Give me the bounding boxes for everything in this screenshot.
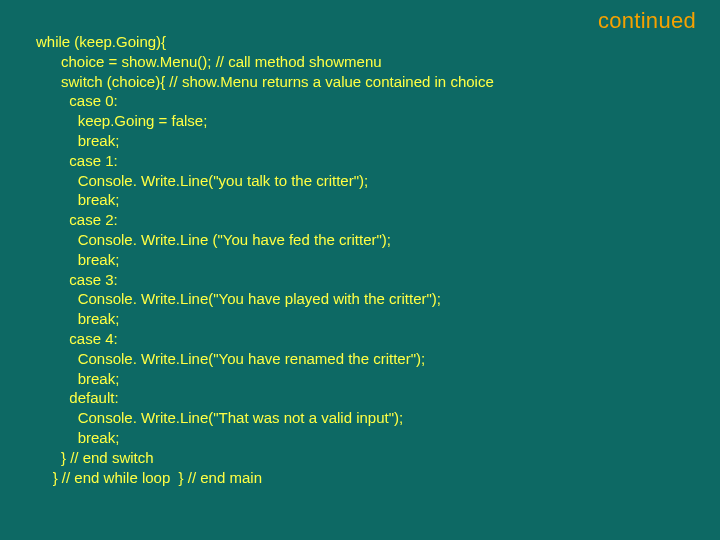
code-line: Console. Write.Line("You have renamed th… bbox=[36, 350, 425, 367]
code-line: switch (choice){ // show.Menu returns a … bbox=[36, 73, 494, 90]
slide-header: continued bbox=[598, 8, 696, 34]
code-line: choice = show.Menu(); // call method sho… bbox=[36, 53, 382, 70]
code-line: } // end while loop } // end main bbox=[36, 469, 262, 486]
code-line: } // end switch bbox=[36, 449, 154, 466]
code-line: break; bbox=[36, 370, 119, 387]
code-line: while (keep.Going){ bbox=[36, 33, 166, 50]
code-line: case 2: bbox=[36, 211, 118, 228]
code-line: break; bbox=[36, 310, 119, 327]
code-line: Console. Write.Line("That was not a vali… bbox=[36, 409, 403, 426]
code-line: case 3: bbox=[36, 271, 118, 288]
code-line: case 1: bbox=[36, 152, 118, 169]
code-line: break; bbox=[36, 132, 119, 149]
code-block: while (keep.Going){ choice = show.Menu()… bbox=[36, 32, 494, 487]
code-line: Console. Write.Line("you talk to the cri… bbox=[36, 172, 368, 189]
code-line: keep.Going = false; bbox=[36, 112, 207, 129]
code-line: break; bbox=[36, 429, 119, 446]
code-line: Console. Write.Line("You have played wit… bbox=[36, 290, 441, 307]
code-line: case 4: bbox=[36, 330, 118, 347]
code-line: default: bbox=[36, 389, 119, 406]
code-line: Console. Write.Line ("You have fed the c… bbox=[36, 231, 391, 248]
code-line: case 0: bbox=[36, 92, 118, 109]
code-line: break; bbox=[36, 251, 119, 268]
code-line: break; bbox=[36, 191, 119, 208]
